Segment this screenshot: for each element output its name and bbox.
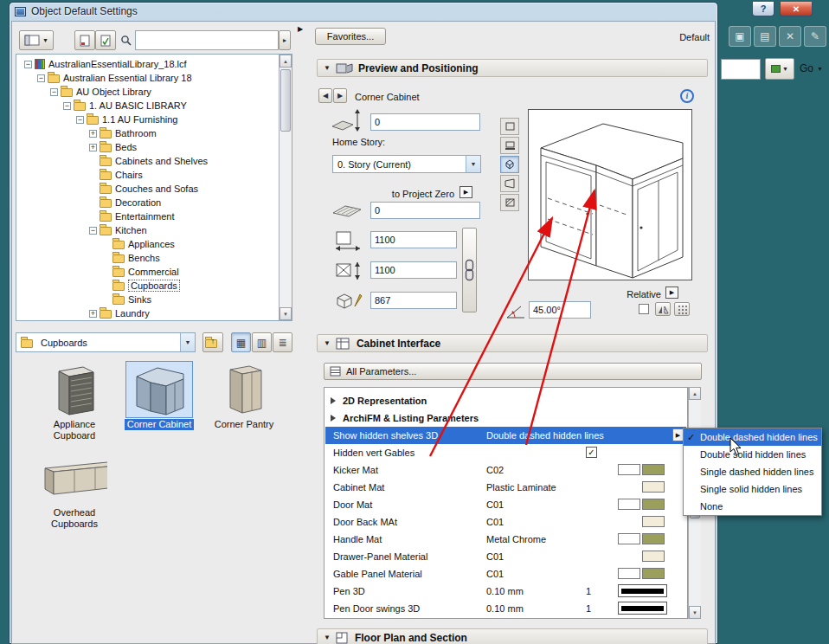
- object-preview-window[interactable]: [528, 109, 692, 280]
- pen-preview[interactable]: [618, 602, 667, 615]
- scroll-down-icon[interactable]: ▼: [280, 307, 292, 320]
- material-swatch[interactable]: [642, 499, 665, 510]
- new-library-part-button[interactable]: [74, 30, 95, 50]
- scroll-up-icon[interactable]: ▲: [280, 55, 292, 68]
- pen-preview[interactable]: [618, 584, 667, 597]
- elevation-preview-button[interactable]: [500, 137, 519, 154]
- all-parameters-button[interactable]: All Parameters...: [324, 363, 702, 380]
- copy-icon[interactable]: ▣: [729, 26, 751, 47]
- group-triangle-icon[interactable]: [331, 397, 336, 404]
- tree-scrollbar-thumb[interactable]: [280, 69, 291, 132]
- plan-preview-button[interactable]: [500, 118, 519, 135]
- titlebar[interactable]: Object Default Settings: [9, 2, 718, 21]
- background-combo-stub[interactable]: [721, 59, 761, 80]
- collapse-box-icon[interactable]: −: [50, 88, 58, 96]
- link-dimensions-button[interactable]: [462, 228, 477, 312]
- tree-item-australian-essential-library-18[interactable]: −Australian Essential Library 18: [17, 71, 278, 85]
- perspective-preview-button[interactable]: [500, 175, 519, 192]
- tree-item-1-au-basic-library[interactable]: −1. AU BASIC LIBRARY: [17, 99, 278, 113]
- tree-item-1-1-au-furnishing[interactable]: −1.1 AU Furnishing: [17, 113, 278, 126]
- tree-item-decoration[interactable]: Decoration: [17, 196, 278, 209]
- thumbnail-corner-pantry[interactable]: Corner Pantry: [202, 362, 286, 430]
- library-view-mode-button[interactable]: ▼: [19, 30, 54, 50]
- tree-item-couches-and-sofas[interactable]: Couches and Sofas: [17, 182, 278, 196]
- tree-item-appliances[interactable]: Appliances: [17, 237, 278, 251]
- tree-item-au-object-library[interactable]: −AU Object Library: [17, 85, 278, 99]
- tree-item-chairs[interactable]: Chairs: [17, 168, 278, 182]
- material-swatch[interactable]: [618, 464, 640, 475]
- parameter-row-2d-representation[interactable]: 2D Representation: [325, 392, 686, 409]
- menu-option-double-dashed-hidden-lines[interactable]: ✓Double dashed hidden lines: [684, 428, 821, 446]
- rotation-angle-field[interactable]: [529, 301, 591, 319]
- folder-dropdown[interactable]: Cupboards ▼: [16, 332, 196, 352]
- clipboard-icon[interactable]: ▤: [754, 26, 776, 47]
- collapse-box-icon[interactable]: −: [89, 227, 97, 235]
- parameter-row-door-back-mat[interactable]: Door Back MAtC01: [325, 513, 686, 531]
- collapse-box-icon[interactable]: −: [76, 116, 84, 124]
- material-swatch[interactable]: [618, 499, 640, 510]
- material-swatch[interactable]: [642, 464, 665, 475]
- collapse-box-icon[interactable]: −: [37, 74, 45, 82]
- thumbnail-appliance-cupboard[interactable]: Appliance Cupboard: [33, 362, 116, 441]
- parameter-row-pen-door-swings-3d[interactable]: Pen Door swings 3D0.10 mm1: [325, 600, 686, 617]
- material-swatch[interactable]: [642, 533, 665, 544]
- menu-option-single-solid-hidden-lines[interactable]: Single solid hidden lines: [684, 480, 821, 498]
- info-icon[interactable]: i: [680, 89, 694, 103]
- collapse-box-icon[interactable]: −: [63, 102, 71, 110]
- edit-icon[interactable]: ✎: [804, 26, 826, 47]
- parameter-row-gable-panel-material[interactable]: Gable Panel MaterialC01: [325, 565, 686, 583]
- tree-item-laundry[interactable]: +Laundry: [17, 306, 278, 319]
- mirror-button[interactable]: [655, 302, 671, 316]
- collapse-box-icon[interactable]: −: [24, 61, 32, 68]
- next-object-button[interactable]: ▶: [333, 88, 347, 103]
- small-icons-view-button[interactable]: ▥: [252, 332, 272, 352]
- thumbnail-corner-cabinet[interactable]: Corner Cabinet: [118, 362, 201, 430]
- section-preview-button[interactable]: [500, 194, 519, 211]
- tree-item-beds[interactable]: +Beds: [17, 140, 278, 154]
- mirror-checkbox[interactable]: [639, 304, 649, 314]
- dimension-x-field[interactable]: [370, 231, 457, 248]
- large-icons-view-button[interactable]: ▦: [231, 332, 251, 352]
- parameter-row-pen-3d[interactable]: Pen 3D0.10 mm1: [325, 583, 686, 600]
- group-triangle-icon[interactable]: [331, 415, 336, 422]
- tree-item-benchs[interactable]: Benchs: [17, 251, 278, 265]
- home-story-dropdown[interactable]: 0. Story (Current) ▼: [332, 155, 481, 173]
- go-button[interactable]: Go ▼: [800, 62, 823, 74]
- cabinet-interface-header[interactable]: ▼ Cabinet Interface: [317, 334, 708, 352]
- tree-item-bathroom[interactable]: +Bathroom: [17, 126, 278, 140]
- floor-plan-section-header[interactable]: ▼ Floor Plan and Section: [317, 628, 708, 644]
- preview-positioning-header[interactable]: ▼ Preview and Positioning: [317, 59, 708, 77]
- menu-option-none[interactable]: None: [684, 498, 821, 515]
- expand-box-icon[interactable]: +: [89, 130, 97, 138]
- thumbnail-overhead-cupboards[interactable]: Overhead Cupboards: [33, 450, 116, 530]
- scroll-down-icon[interactable]: ▼: [689, 606, 701, 619]
- list-view-button[interactable]: ≣: [273, 332, 292, 352]
- parameter-row-show-hidden-shelves-3d[interactable]: Show hidden shelves 3DDouble dashed hidd…: [325, 427, 686, 444]
- tree-item-entertainment[interactable]: Entertainment: [17, 209, 278, 223]
- scroll-up-icon[interactable]: ▲: [689, 387, 701, 400]
- position-options-button[interactable]: [674, 302, 690, 316]
- parameter-row-hidden-vert-gables[interactable]: Hidden vert Gables✓: [325, 444, 686, 461]
- axonometry-preview-button[interactable]: [500, 156, 519, 173]
- parameter-row-cabinet-mat[interactable]: Cabinet MatPlastic Laminate: [325, 479, 686, 496]
- fill-color-tool-button[interactable]: ▼: [765, 58, 794, 80]
- menu-option-double-solid-hidden-lines[interactable]: Double solid hidden lines: [684, 446, 821, 463]
- tree-item-kitchen[interactable]: −Kitchen: [17, 223, 278, 237]
- material-swatch[interactable]: [618, 533, 640, 544]
- panel-collapse-arrow[interactable]: ▶: [298, 25, 303, 33]
- expand-box-icon[interactable]: +: [89, 310, 97, 318]
- parameter-row-archifm-listing-parameters[interactable]: ArchiFM & Listing Parameters: [325, 409, 686, 427]
- search-input[interactable]: [135, 30, 279, 50]
- parameter-checkbox[interactable]: ✓: [586, 447, 597, 458]
- parameter-row-kicker-mat[interactable]: Kicker MatC02: [325, 461, 686, 479]
- parameter-row-door-mat[interactable]: Door MatC01: [325, 496, 686, 513]
- delete-icon[interactable]: ✕: [779, 26, 801, 47]
- tree-item-australianessentiallibrary-18-lcf[interactable]: −AustralianEssentialLibrary_18.lcf: [17, 57, 278, 71]
- favorites-button[interactable]: Favorites...: [315, 28, 386, 45]
- tree-item-commercial[interactable]: Commercial: [17, 265, 278, 279]
- material-swatch[interactable]: [642, 551, 665, 562]
- project-zero-flyout-button[interactable]: ▶: [459, 186, 472, 198]
- parameter-row-drawer-panel-material[interactable]: Drawer-Panel MaterialC01: [325, 548, 686, 565]
- previous-object-button[interactable]: ◀: [318, 88, 332, 103]
- material-swatch[interactable]: [642, 516, 665, 527]
